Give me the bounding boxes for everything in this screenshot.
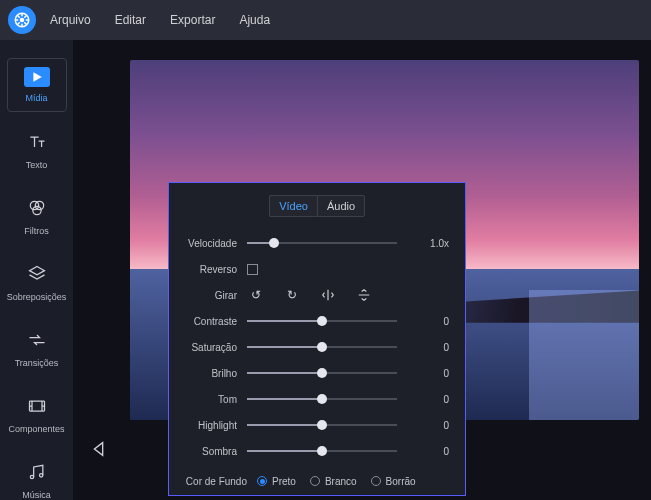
sidebar-item-sobreposicoes[interactable]: Sobreposições bbox=[7, 254, 67, 310]
app-logo-icon bbox=[8, 6, 36, 34]
sidebar: Mídia Texto Filtros Sobreposições Transi… bbox=[0, 40, 74, 500]
sidebar-item-musica[interactable]: Música bbox=[7, 452, 67, 500]
slider-label: Contraste bbox=[185, 316, 247, 327]
reverse-checkbox[interactable] bbox=[247, 264, 258, 275]
sidebar-item-label: Música bbox=[22, 490, 51, 500]
slider-label: Highlight bbox=[185, 420, 247, 431]
speed-label: Velocidade bbox=[185, 238, 247, 249]
bg-radio-branco[interactable]: Branco bbox=[310, 476, 357, 487]
sombra-slider[interactable] bbox=[247, 450, 397, 452]
sidebar-item-label: Sobreposições bbox=[7, 292, 67, 302]
selection-overlay bbox=[529, 290, 639, 420]
slider-label: Saturação bbox=[185, 342, 247, 353]
sidebar-item-componentes[interactable]: Componentes bbox=[7, 386, 67, 442]
slider-value: 0 bbox=[415, 342, 449, 353]
bg-label: Cor de Fundo bbox=[185, 476, 257, 487]
sidebar-item-label: Texto bbox=[26, 160, 48, 170]
sidebar-item-filtros[interactable]: Filtros bbox=[7, 188, 67, 244]
rotate-cw-button[interactable]: ↻ bbox=[283, 286, 301, 304]
menubar: Arquivo Editar Exportar Ajuda bbox=[0, 0, 651, 40]
reverse-label: Reverso bbox=[185, 264, 247, 275]
tab-audio[interactable]: Áudio bbox=[317, 195, 365, 217]
text-icon bbox=[25, 130, 49, 154]
menu-ajuda[interactable]: Ajuda bbox=[229, 7, 280, 33]
overlays-icon bbox=[25, 262, 49, 286]
rotate-ccw-button[interactable]: ↺ bbox=[247, 286, 265, 304]
sidebar-item-label: Mídia bbox=[25, 93, 47, 103]
media-icon bbox=[24, 67, 50, 87]
slider-value: 0 bbox=[415, 420, 449, 431]
sidebar-item-label: Transições bbox=[15, 358, 59, 368]
step-back-button[interactable] bbox=[88, 438, 110, 460]
highlight-slider[interactable] bbox=[247, 424, 397, 426]
menu-arquivo[interactable]: Arquivo bbox=[40, 7, 101, 33]
sidebar-item-label: Componentes bbox=[8, 424, 64, 434]
music-icon bbox=[25, 460, 49, 484]
slider-label: Tom bbox=[185, 394, 247, 405]
properties-panel: Vídeo Áudio Velocidade 1.0x Reverso Gira… bbox=[168, 182, 466, 496]
sidebar-item-midia[interactable]: Mídia bbox=[7, 58, 67, 112]
bg-radio-borrão[interactable]: Borrão bbox=[371, 476, 416, 487]
flip-vertical-button[interactable] bbox=[355, 286, 373, 304]
speed-value: 1.0x bbox=[415, 238, 449, 249]
svg-point-6 bbox=[30, 475, 33, 478]
sidebar-item-transicoes[interactable]: Transições bbox=[7, 320, 67, 376]
speed-slider[interactable] bbox=[247, 242, 397, 244]
saturação-slider[interactable] bbox=[247, 346, 397, 348]
brilho-slider[interactable] bbox=[247, 372, 397, 374]
transitions-icon bbox=[25, 328, 49, 352]
slider-value: 0 bbox=[415, 446, 449, 457]
bg-radio-preto[interactable]: Preto bbox=[257, 476, 296, 487]
rotate-label: Girar bbox=[185, 290, 247, 301]
contraste-slider[interactable] bbox=[247, 320, 397, 322]
components-icon bbox=[25, 394, 49, 418]
slider-value: 0 bbox=[415, 394, 449, 405]
sidebar-item-label: Filtros bbox=[24, 226, 49, 236]
svg-point-1 bbox=[21, 19, 24, 22]
slider-label: Sombra bbox=[185, 446, 247, 457]
slider-value: 0 bbox=[415, 316, 449, 327]
tab-video[interactable]: Vídeo bbox=[269, 195, 317, 217]
menu-exportar[interactable]: Exportar bbox=[160, 7, 225, 33]
svg-point-7 bbox=[39, 474, 42, 477]
svg-point-4 bbox=[32, 206, 40, 214]
tom-slider[interactable] bbox=[247, 398, 397, 400]
slider-value: 0 bbox=[415, 368, 449, 379]
svg-point-3 bbox=[35, 201, 43, 209]
menu-editar[interactable]: Editar bbox=[105, 7, 156, 33]
flip-horizontal-button[interactable] bbox=[319, 286, 337, 304]
filters-icon bbox=[25, 196, 49, 220]
sidebar-item-texto[interactable]: Texto bbox=[7, 122, 67, 178]
slider-label: Brilho bbox=[185, 368, 247, 379]
